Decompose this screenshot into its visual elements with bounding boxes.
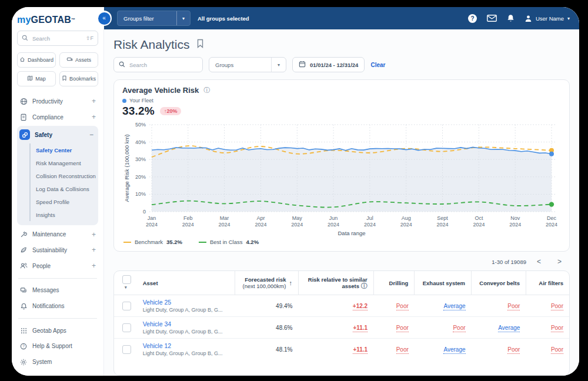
table-header-row: ▾ Asset Forecasted risk (next 100,000km)… bbox=[114, 271, 569, 295]
sidebar-item-sustainability[interactable]: Sustainability + bbox=[17, 242, 98, 258]
status-cell[interactable]: Poor bbox=[551, 325, 563, 332]
status-cell[interactable]: Poor bbox=[396, 346, 409, 354]
pagination-prev-button[interactable]: < bbox=[531, 258, 547, 266]
svg-text:2024: 2024 bbox=[146, 222, 158, 228]
assets-button[interactable]: Assets bbox=[59, 52, 98, 68]
relative-risk-cell[interactable]: +11.1 bbox=[353, 325, 368, 332]
sidebar-item-safety-center[interactable]: Safety Center bbox=[31, 143, 98, 156]
sidebar-item-help-support[interactable]: ? Help & Support bbox=[17, 339, 98, 355]
select-all-checkbox[interactable] bbox=[122, 275, 131, 284]
asset-link[interactable]: Vehicle 34 bbox=[143, 320, 229, 327]
column-header-asset[interactable]: Asset bbox=[137, 271, 235, 295]
apps-grid-icon bbox=[19, 327, 28, 334]
relative-risk-cell[interactable]: +11.1 bbox=[353, 346, 368, 354]
relative-risk-cell[interactable]: +12.2 bbox=[353, 303, 368, 310]
column-header-conveyor-belts[interactable]: Conveyor belts bbox=[472, 271, 526, 295]
user-menu[interactable]: User Name ▾ bbox=[524, 15, 570, 22]
help-icon[interactable]: ? bbox=[468, 14, 477, 23]
sidebar-item-geotab-apps[interactable]: Geotab Apps bbox=[17, 323, 98, 339]
sidebar-item-log-data-collisions[interactable]: Log Data & Collisions bbox=[31, 182, 98, 195]
benchmark-dash-icon bbox=[123, 242, 131, 243]
sort-ascending-icon[interactable]: ↑ bbox=[289, 279, 292, 286]
status-cell[interactable]: Poor bbox=[396, 303, 409, 310]
sidebar-item-system[interactable]: System bbox=[17, 354, 98, 370]
sidebar-search[interactable]: ⇧F bbox=[17, 31, 98, 46]
svg-text:Data range: Data range bbox=[338, 230, 365, 236]
expand-plus-icon[interactable]: + bbox=[92, 262, 96, 270]
sidebar-item-insights[interactable]: Insights bbox=[31, 208, 98, 221]
svg-text:Average Risk (100,000 km): Average Risk (100,000 km) bbox=[123, 135, 130, 202]
column-header-drilling[interactable]: Drilling bbox=[373, 271, 415, 295]
sidebar-search-input[interactable] bbox=[31, 35, 83, 42]
average-vehicle-risk-card: Average Vehicle Risk ⓘ Your Fleet 33.2% … bbox=[113, 79, 570, 252]
svg-text:Dec: Dec bbox=[547, 215, 557, 221]
pagination-next-button[interactable]: > bbox=[552, 258, 567, 266]
status-cell[interactable]: Poor bbox=[507, 346, 520, 354]
status-cell[interactable]: Average bbox=[443, 346, 465, 354]
sidebar-divider bbox=[18, 318, 97, 319]
info-icon[interactable]: ⓘ bbox=[361, 282, 368, 289]
bookmarks-button[interactable]: Bookmarks bbox=[59, 71, 98, 86]
chevron-down-icon[interactable]: ▾ bbox=[176, 11, 190, 25]
expand-plus-icon[interactable]: + bbox=[92, 246, 96, 254]
sidebar-item-collision-reconstruction[interactable]: Collision Reconstruction bbox=[31, 169, 98, 182]
bookmark-page-icon[interactable] bbox=[196, 39, 204, 51]
asset-link[interactable]: Vehicle 25 bbox=[143, 299, 229, 306]
map-button[interactable]: Map bbox=[17, 71, 56, 86]
chevron-down-icon[interactable]: ▾ bbox=[271, 58, 286, 72]
info-icon[interactable]: ⓘ bbox=[203, 87, 210, 93]
column-header-exhaust-system[interactable]: Exhaust system bbox=[415, 271, 472, 295]
column-header-forecasted-risk[interactable]: Forecasted risk (next 100,000km) ↑ bbox=[235, 271, 298, 295]
best-in-class-dash-icon bbox=[199, 242, 206, 243]
date-range-picker[interactable]: 01/01/24 - 12/31/24 bbox=[292, 57, 365, 72]
mail-icon[interactable] bbox=[487, 15, 497, 22]
column-header-air-filters[interactable]: Air filters bbox=[526, 271, 569, 295]
row-checkbox[interactable] bbox=[122, 302, 131, 310]
people-label: People bbox=[32, 263, 51, 269]
svg-text:Oct: Oct bbox=[475, 215, 483, 221]
assets-search-box[interactable] bbox=[113, 57, 203, 72]
svg-text:2024: 2024 bbox=[182, 222, 194, 228]
sidebar-collapse-button[interactable]: « bbox=[96, 11, 112, 26]
status-cell[interactable]: Poor bbox=[551, 303, 563, 310]
sidebar-item-maintenance[interactable]: Maintenance + bbox=[17, 226, 98, 242]
expand-plus-icon[interactable]: + bbox=[92, 113, 96, 121]
geotab-apps-label: Geotab Apps bbox=[32, 327, 66, 334]
leaf-icon bbox=[19, 246, 28, 253]
asset-groups-subtitle: Light Duty, Group A, Group B, G... bbox=[143, 329, 229, 335]
sidebar-item-safety[interactable]: Safety − bbox=[17, 126, 98, 143]
status-cell[interactable]: Poor bbox=[507, 303, 520, 310]
sidebar-item-compliance[interactable]: Compliance + bbox=[17, 109, 98, 125]
clear-filters-link[interactable]: Clear bbox=[370, 62, 385, 68]
row-checkbox[interactable] bbox=[122, 323, 131, 332]
expand-plus-icon[interactable]: + bbox=[92, 230, 96, 239]
groups-filter-label: Groups filter bbox=[118, 15, 176, 22]
sidebar-item-messages[interactable]: Messages bbox=[17, 283, 98, 299]
sustainability-label: Sustainability bbox=[32, 247, 67, 253]
sidebar-item-risk-management[interactable]: Risk Management bbox=[31, 156, 98, 169]
groups-filter-button[interactable]: Groups filter ▾ bbox=[117, 11, 191, 26]
assets-search-input[interactable] bbox=[128, 61, 198, 69]
groups-dropdown[interactable]: Groups ▾ bbox=[209, 57, 286, 72]
column-header-risk-relative[interactable]: Risk relative to similar assets ⓘ bbox=[298, 271, 373, 295]
collapse-minus-icon[interactable]: − bbox=[89, 131, 96, 139]
status-cell[interactable]: Poor bbox=[453, 325, 465, 332]
row-checkbox[interactable] bbox=[122, 345, 131, 354]
status-cell[interactable]: Average bbox=[443, 303, 465, 310]
status-cell[interactable]: Poor bbox=[396, 325, 409, 332]
forecast-cell: 48.6% bbox=[235, 317, 298, 339]
status-cell[interactable]: Average bbox=[498, 325, 520, 332]
notifications-bell-icon[interactable] bbox=[507, 14, 514, 22]
sidebar-item-notifications[interactable]: Notifications bbox=[17, 298, 98, 314]
asset-link[interactable]: Vehicle 12 bbox=[143, 342, 229, 349]
sidebar-item-speed-profile[interactable]: Speed Profile bbox=[31, 195, 98, 208]
status-cell[interactable]: Poor bbox=[551, 346, 563, 354]
sidebar-divider bbox=[18, 278, 97, 279]
sidebar-item-productivity[interactable]: Productivity + bbox=[17, 93, 98, 109]
sidebar-item-people[interactable]: People + bbox=[17, 258, 98, 274]
expand-plus-icon[interactable]: + bbox=[92, 97, 96, 105]
benchmark-legend-label: Benchmark bbox=[135, 239, 163, 245]
logo-my: my bbox=[17, 15, 31, 25]
dashboard-button[interactable]: Dashboard bbox=[17, 52, 56, 68]
chevron-down-icon[interactable]: ▾ bbox=[125, 285, 127, 289]
